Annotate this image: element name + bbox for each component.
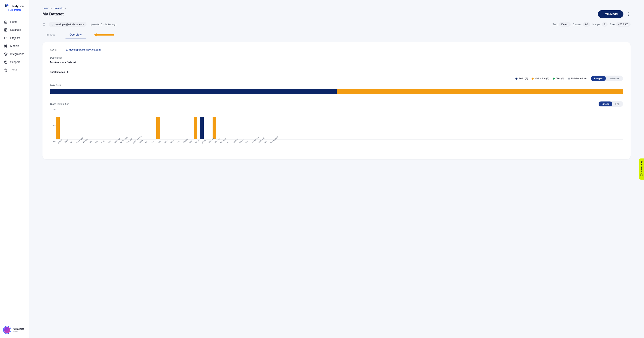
command-icon	[4, 44, 8, 48]
owner-email: developer@ultralytics.com	[55, 23, 84, 26]
legend-train: Train (3)	[516, 77, 528, 80]
trash-icon	[4, 68, 8, 72]
brand-hub: HUB	[8, 9, 13, 11]
nav-datasets-label: Datasets	[10, 28, 21, 32]
split-legend: Train (3) Validation (3) Test (0) Unlabe…	[516, 77, 586, 80]
nav-integrations-label: Integrations	[10, 52, 24, 56]
breadcrumb: Home > Datasets >	[42, 7, 630, 10]
image-icon	[4, 28, 8, 32]
stat-task: Task Detect	[552, 22, 570, 26]
svg-point-5	[6, 63, 6, 63]
person-icon	[52, 23, 54, 26]
folder-icon	[4, 36, 8, 40]
chart-scroll[interactable]: personbicyclecarmotorcycleairplanebustra…	[56, 108, 623, 153]
bar-col	[194, 117, 198, 139]
kebab-icon	[628, 12, 629, 16]
class-distribution-chart: 1.00.50.0 personbicyclecarmotorcycleairp…	[50, 108, 623, 153]
bar	[56, 117, 60, 139]
arrow-callout-icon	[94, 33, 114, 37]
nav-trash[interactable]: Trash	[2, 66, 26, 74]
split-seg-validation	[337, 89, 623, 94]
stat-classes: Classes 80	[573, 22, 590, 26]
crumb-datasets[interactable]: Datasets	[54, 7, 63, 10]
nav-datasets[interactable]: Datasets	[2, 26, 26, 34]
data-split-bar	[50, 89, 623, 94]
page-title: My Dataset	[42, 12, 64, 16]
total-images: Total Images : 6	[50, 71, 623, 73]
bar-col	[212, 117, 216, 139]
user-badge[interactable]: Ultralytics FREE	[0, 326, 29, 334]
toggle-images[interactable]: Images	[591, 76, 606, 81]
toggle-log[interactable]: Log	[612, 102, 622, 106]
toggle-instances[interactable]: Instances	[606, 76, 622, 81]
toggle-linear[interactable]: Linear	[598, 102, 612, 106]
svg-point-6	[628, 12, 629, 13]
user-plan: FREE	[14, 330, 24, 332]
person-icon	[66, 48, 68, 51]
svg-point-14	[642, 174, 642, 174]
svg-point-8	[628, 15, 629, 16]
owner-pill[interactable]: developer@ultralytics.com	[49, 22, 86, 27]
owner-label: Owner	[50, 48, 61, 51]
nav-home-label: Home	[10, 20, 18, 24]
legend-validation: Validation (3)	[532, 77, 549, 80]
main: Home > Datasets > My Dataset Train Model…	[29, 0, 644, 338]
svg-marker-3	[4, 52, 7, 54]
svg-point-15	[642, 175, 642, 176]
nav-trash-label: Trash	[10, 69, 17, 72]
smile-icon	[640, 173, 643, 176]
crumb-home[interactable]: Home	[42, 7, 49, 10]
description-label: Description	[50, 56, 623, 59]
help-icon	[4, 60, 8, 64]
beta-badge: BETA	[14, 9, 21, 11]
split-toggle: Images Instances	[590, 76, 623, 81]
nav-home[interactable]: Home	[2, 18, 26, 26]
svg-rect-9	[43, 24, 45, 26]
bar	[212, 117, 216, 139]
tab-overview[interactable]: Overview	[66, 31, 86, 38]
uploaded-time: Uploaded 5 minutes ago	[90, 23, 116, 26]
brand-name: ultralytics	[10, 4, 24, 8]
class-dist-label: Class Distribution	[50, 102, 69, 105]
more-menu-button[interactable]	[626, 12, 630, 16]
nav-models-label: Models	[10, 44, 19, 48]
brand-mark-icon	[5, 4, 9, 8]
nav-support[interactable]: Support	[2, 58, 26, 66]
bar-col	[200, 117, 204, 139]
nav-projects-label: Projects	[10, 36, 20, 40]
overview-card: Owner developer@ultralytics.com Descript…	[42, 42, 630, 160]
split-seg-train	[50, 89, 337, 94]
nav-models[interactable]: Models	[2, 42, 26, 50]
feedback-tab[interactable]: Feedback	[639, 158, 644, 180]
bar-col	[56, 117, 60, 139]
svg-marker-11	[94, 33, 114, 37]
description-value: My Awesome Dataset	[50, 61, 623, 64]
svg-point-7	[628, 14, 629, 14]
svg-point-2	[5, 29, 6, 30]
sidebar: ultralytics HUB BETA Home Datasets Proje…	[0, 0, 29, 338]
avatar	[3, 326, 11, 334]
svg-point-10	[52, 24, 53, 24]
scale-toggle: Linear Log	[598, 101, 623, 107]
bar	[194, 117, 198, 139]
legend-unlabelled: Unlabelled (0)	[568, 77, 586, 80]
stat-size: Size 405.6 KB	[610, 22, 630, 26]
bar-col	[156, 117, 160, 139]
nav-integrations[interactable]: Integrations	[2, 50, 26, 58]
svg-point-0	[7, 4, 8, 6]
user-name: Ultralytics	[14, 328, 24, 330]
svg-point-13	[640, 174, 643, 176]
layers-icon	[4, 52, 8, 56]
legend-test: Test (0)	[553, 77, 564, 80]
logo[interactable]: ultralytics HUB BETA	[0, 4, 29, 11]
home-icon	[4, 20, 8, 24]
nav-support-label: Support	[10, 60, 20, 64]
nav-projects[interactable]: Projects	[2, 34, 26, 42]
lock-icon	[42, 23, 46, 26]
owner-link[interactable]: developer@ultralytics.com	[66, 48, 100, 51]
svg-point-12	[66, 49, 67, 50]
tab-images[interactable]: Images	[42, 31, 59, 38]
data-split-label: Data Split	[50, 84, 623, 87]
train-model-button[interactable]: Train Model	[598, 10, 624, 18]
bar	[156, 117, 160, 139]
